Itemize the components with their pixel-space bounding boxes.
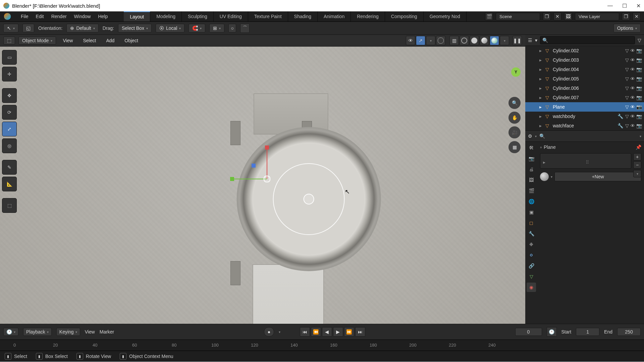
outliner-row[interactable]: ▸▽Cylinder.004▽👁📷 xyxy=(525,65,644,74)
tab-render-icon[interactable]: 📷 xyxy=(527,154,536,163)
outliner-row[interactable]: ▸▽Cylinder.005▽👁📷 xyxy=(525,74,644,83)
tab-scene-icon[interactable]: 🎬 xyxy=(527,186,536,195)
drag-dropdown[interactable]: Select Box ▾ xyxy=(118,24,152,33)
tab-object-icon[interactable]: ◻ xyxy=(527,218,536,228)
tab-rendering[interactable]: Rendering xyxy=(351,11,385,21)
keyframe-next-icon[interactable]: ⏩ xyxy=(344,327,354,337)
selectability-toggle[interactable]: 👁 xyxy=(406,36,415,45)
scene-delete-icon[interactable]: ✕ xyxy=(553,12,561,20)
outliner-row[interactable]: ▸▽watchbody🔧▽👁📷 xyxy=(525,112,644,121)
shading-wireframe[interactable] xyxy=(460,36,469,45)
tab-particles-icon[interactable]: ❉ xyxy=(527,240,536,249)
shading-material[interactable] xyxy=(480,36,489,45)
material-slot-list[interactable]: ▸ ⠿ xyxy=(540,153,631,169)
shading-solid[interactable] xyxy=(470,36,479,45)
scene-name-field[interactable]: Scene xyxy=(496,13,540,20)
tab-world-icon[interactable]: 🌐 xyxy=(527,197,536,206)
outliner-filter-icon[interactable]: ▽ xyxy=(638,38,641,43)
keying-menu[interactable]: Keying ▾ xyxy=(56,328,80,336)
perspective-toggle-icon[interactable]: ▦ xyxy=(508,141,521,153)
clock-icon[interactable]: 🕐 xyxy=(547,327,557,337)
properties-editor-icon[interactable]: ⚙ xyxy=(528,133,532,139)
outliner-row[interactable]: ▸▽Cylinder.007▽👁📷 xyxy=(525,93,644,102)
zoom-icon[interactable]: 🔍 xyxy=(508,97,521,109)
outliner-editor-icon[interactable]: ☰ xyxy=(528,38,532,43)
tool-add-cube[interactable]: ⬚ xyxy=(2,198,17,213)
editor-type-dropdown[interactable]: ⬚ xyxy=(3,37,15,45)
tool-select-box[interactable]: ▭ xyxy=(2,50,17,65)
tab-constraints-icon[interactable]: 🔗 xyxy=(527,261,536,270)
material-slot-add-icon[interactable]: + xyxy=(633,153,641,161)
tab-viewlayer-icon[interactable]: 🖼 xyxy=(527,175,536,185)
orientation-dropdown[interactable]: ⊕ Default ▾ xyxy=(66,24,98,33)
blender-logo-icon[interactable] xyxy=(4,13,11,20)
material-browse-icon[interactable] xyxy=(540,172,549,181)
snap-options[interactable]: ⊞ ▾ xyxy=(209,24,224,33)
tab-collection-icon[interactable]: ▣ xyxy=(527,207,536,217)
viewlayer-name-field[interactable]: View Layer xyxy=(575,13,619,20)
viewlayer-delete-icon[interactable]: ✕ xyxy=(633,12,641,20)
play-icon[interactable]: ▶ xyxy=(333,327,343,337)
outliner-row[interactable]: ▸▽Cylinder.003▽👁📷 xyxy=(525,55,644,65)
current-frame-field[interactable]: 0 xyxy=(515,328,542,336)
shading-rendered[interactable] xyxy=(490,36,499,45)
autokey-toggle[interactable]: ● xyxy=(264,327,274,337)
tool-scale[interactable]: ⤢ xyxy=(2,122,17,136)
view-menu[interactable]: View xyxy=(59,37,76,44)
tab-modifiers-icon[interactable]: 🔧 xyxy=(527,229,536,238)
menu-render[interactable]: Render xyxy=(51,14,67,19)
tool-annotate[interactable]: ✎ xyxy=(2,160,17,175)
maximize-icon[interactable]: ☐ xyxy=(622,3,627,9)
overlay-toggle[interactable] xyxy=(436,36,445,45)
timeline-editor-icon[interactable]: 🕐 ▾ xyxy=(3,328,18,336)
snap-toggle[interactable]: 🧲 ▾ xyxy=(189,24,205,33)
tool-cursor-dropdown[interactable]: ↖ ▾ xyxy=(3,24,18,33)
tab-tool-icon[interactable]: 🛠 xyxy=(527,143,536,153)
tab-output-icon[interactable]: 🖨 xyxy=(527,165,536,174)
outliner-row[interactable]: ▸▽Plane▽👁📷 xyxy=(525,102,644,112)
close-icon[interactable]: ✕ xyxy=(636,3,641,9)
3d-viewport[interactable]: ▭ ✛ ✥ ⟳ ⤢ ◎ ✎ 📐 ⬚ xyxy=(0,47,525,324)
tab-sculpting[interactable]: Sculpting xyxy=(182,11,214,21)
material-new-button[interactable]: + New xyxy=(554,172,641,181)
tool-drag-icon[interactable]: ◱ xyxy=(22,24,34,33)
timeline-marker-menu[interactable]: Marker xyxy=(100,329,114,335)
end-frame-field[interactable]: 250 xyxy=(617,328,641,336)
proportional-falloff[interactable]: ⌒ xyxy=(240,23,250,33)
tab-data-icon[interactable]: ▽ xyxy=(527,272,536,281)
options-dropdown[interactable]: Options ▾ xyxy=(613,24,641,33)
timeline-view-menu[interactable]: View xyxy=(85,329,95,335)
tool-cursor[interactable]: ✛ xyxy=(2,67,17,81)
select-menu[interactable]: Select xyxy=(79,37,99,44)
tool-measure[interactable]: 📐 xyxy=(2,177,17,191)
axis-y-icon[interactable]: Y xyxy=(511,67,521,77)
minimize-icon[interactable]: — xyxy=(607,3,613,9)
tab-geometry-nodes[interactable]: Geometry Nod xyxy=(424,11,467,21)
tool-transform[interactable]: ◎ xyxy=(2,138,17,153)
viewlayer-browse-icon[interactable]: 🖼 xyxy=(564,12,572,20)
tab-layout[interactable]: Layout xyxy=(124,11,150,21)
tab-uv-editing[interactable]: UV Editing xyxy=(214,11,248,21)
tool-rotate[interactable]: ⟳ xyxy=(2,105,17,120)
tab-compositing[interactable]: Compositing xyxy=(385,11,424,21)
tool-move[interactable]: ✥ xyxy=(2,88,17,103)
scene-new-icon[interactable]: ❐ xyxy=(543,12,551,20)
gizmo-toggle[interactable]: ↗ xyxy=(416,36,425,45)
tab-shading[interactable]: Shading xyxy=(288,11,318,21)
tab-modeling[interactable]: Modeling xyxy=(150,11,182,21)
menu-edit[interactable]: Edit xyxy=(36,14,44,19)
properties-search[interactable]: 🔍 xyxy=(539,133,580,139)
pan-icon[interactable]: ✋ xyxy=(508,112,521,124)
shading-dropdown[interactable]: ▾ xyxy=(500,36,509,45)
properties-options-icon[interactable]: ▾ xyxy=(640,134,641,138)
tab-physics-icon[interactable]: ⭘ xyxy=(527,250,536,260)
scene-browse-icon[interactable]: 🎬 xyxy=(485,12,493,20)
keyframe-prev-icon[interactable]: ⏪ xyxy=(311,327,321,337)
pivot-dropdown[interactable]: ⦿ Local ▾ xyxy=(156,24,184,33)
play-reverse-icon[interactable]: ◀ xyxy=(322,327,332,337)
outliner-row[interactable]: ▸▽Cylinder.002▽👁📷 xyxy=(525,46,644,55)
start-frame-field[interactable]: 1 xyxy=(576,328,599,336)
menu-file[interactable]: File xyxy=(21,14,29,19)
tab-texture-paint[interactable]: Texture Paint xyxy=(248,11,288,21)
camera-view-icon[interactable]: 🎥 xyxy=(508,126,521,138)
